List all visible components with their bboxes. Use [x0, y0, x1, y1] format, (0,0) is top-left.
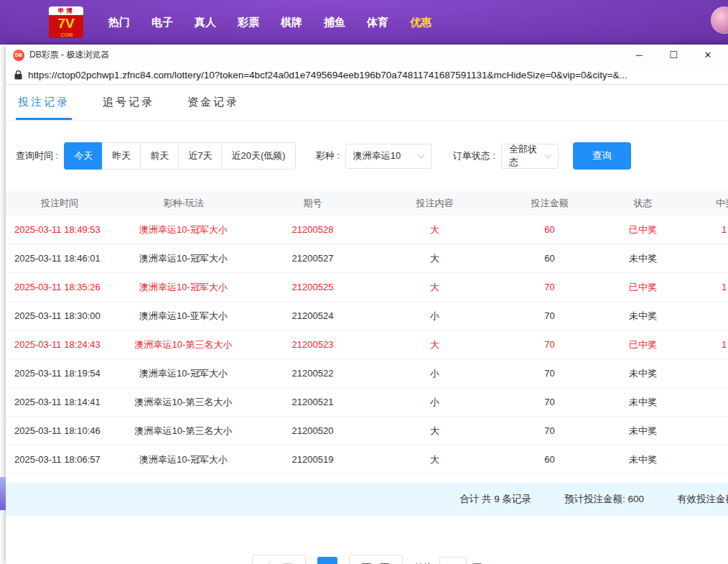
time-filter-button[interactable]: 今天	[64, 142, 103, 170]
lottery-select[interactable]: 澳洲幸运10	[345, 144, 431, 169]
cell-issue-no: 21200521	[253, 397, 372, 407]
cell-game-type: 澳洲幸运10-冠军大小	[113, 453, 253, 466]
address-bar[interactable]: https://ctop02pchwp1.zfnc84.com/lottery/…	[6, 65, 728, 85]
close-icon[interactable]: ✕	[701, 50, 715, 60]
nav-item[interactable]: 电子	[151, 16, 173, 29]
cell-bet-time: 2025-03-11 18:49:53	[6, 224, 113, 235]
background-page-strip	[0, 477, 6, 510]
cell-bet-content: 大	[372, 338, 498, 351]
brand-logo-top-text: 申博	[49, 6, 83, 15]
cell-bet-time: 2025-03-11 18:14:41	[6, 397, 113, 407]
cell-bet-amount: 70	[498, 282, 602, 292]
cell-status: 已中奖	[602, 281, 684, 294]
table-header-cell: 投注内容	[372, 197, 498, 210]
cell-game-type: 澳洲幸运10-亚军大小	[113, 310, 253, 323]
cell-bet-amount: 70	[498, 310, 602, 321]
time-filter-button[interactable]: 昨天	[102, 142, 141, 170]
nav-item[interactable]: 热门	[108, 16, 130, 29]
nav-item[interactable]: 彩票	[238, 16, 259, 29]
cell-issue-no: 21200519	[253, 454, 372, 465]
cell-status: 未中奖	[602, 396, 684, 409]
table-row[interactable]: 2025-03-11 18:06:57 澳洲幸运10-冠军大小 21200519…	[6, 445, 728, 474]
user-avatar[interactable]	[711, 6, 728, 34]
nav-item[interactable]: 棋牌	[281, 16, 302, 29]
next-page-button[interactable]: 下一页	[349, 555, 403, 564]
tab[interactable]: 资金记录	[185, 85, 241, 120]
nav-item[interactable]: 捕鱼	[324, 16, 345, 29]
cell-prize: 1	[684, 339, 728, 350]
page-number-button[interactable]: 1	[317, 557, 337, 564]
cell-issue-no: 21200528	[253, 224, 372, 235]
time-filter-button[interactable]: 前天	[140, 142, 179, 170]
goto-page-input[interactable]	[439, 557, 467, 564]
status-select-value: 全部状态	[509, 143, 546, 169]
browser-logo-icon: DB	[13, 50, 24, 61]
brand-logo[interactable]: 申博 7V .COM	[49, 6, 83, 38]
time-filter-button[interactable]: 近7天	[178, 142, 222, 170]
chevron-down-icon	[545, 151, 552, 158]
cell-status: 未中奖	[602, 367, 684, 380]
cell-bet-content: 小	[372, 367, 498, 380]
table-header-cell: 彩种-玩法	[113, 197, 253, 210]
browser-title-bar: DB DB彩票 - 极速浏览器 ─ ☐ ✕	[6, 45, 728, 65]
record-tabs: 投注记录 追号记录 资金记录	[6, 85, 728, 121]
nav-item[interactable]: 优惠	[410, 16, 431, 29]
cell-game-type: 澳洲幸运10-冠军大小	[113, 252, 253, 265]
url-text[interactable]: https://ctop02pchwp1.zfnc84.com/lottery/…	[28, 70, 627, 80]
tab[interactable]: 投注记录	[16, 85, 72, 120]
cell-game-type: 澳洲幸运10-第三名大小	[113, 425, 253, 438]
table-header-cell: 期号	[253, 197, 372, 210]
order-status-select[interactable]: 全部状态	[501, 144, 559, 169]
main-nav: 热门 电子 真人 彩票 棋牌 捕鱼 体育 优惠	[98, 16, 442, 29]
cell-status: 未中奖	[602, 425, 684, 438]
cell-bet-content: 大	[372, 425, 498, 438]
cell-bet-content: 小	[372, 396, 498, 409]
cell-issue-no: 21200523	[253, 339, 372, 350]
nav-item[interactable]: 真人	[195, 16, 216, 29]
brand-logo-suffix-text: .COM	[49, 32, 83, 38]
search-button[interactable]: 查询	[573, 142, 631, 170]
maximize-icon[interactable]: ☐	[666, 50, 681, 60]
cell-game-type: 澳洲幸运10-第三名大小	[113, 338, 253, 351]
table-row[interactable]: 2025-03-11 18:49:53 澳洲幸运10-冠军大小 21200528…	[6, 216, 728, 244]
cell-prize: 1	[684, 282, 728, 292]
cell-bet-time: 2025-03-11 18:10:46	[6, 425, 113, 436]
bet-records-table: 投注时间 彩种-玩法 期号 投注内容 投注金额 状态 中奖金额 2025-03-…	[6, 191, 728, 474]
cell-bet-content: 大	[372, 453, 498, 466]
table-row[interactable]: 2025-03-11 18:10:46 澳洲幸运10-第三名大小 2120052…	[6, 417, 728, 445]
window-title: DB彩票 - 极速浏览器	[29, 49, 632, 61]
cell-status: 已中奖	[602, 223, 684, 236]
tab[interactable]: 追号记录	[101, 85, 157, 120]
cell-bet-time: 2025-03-11 18:35:26	[6, 282, 113, 292]
table-header-cell: 投注时间	[6, 197, 113, 210]
table-row[interactable]: 2025-03-11 18:30:00 澳洲幸运10-亚军大小 21200524…	[6, 302, 728, 330]
table-body: 2025-03-11 18:49:53 澳洲幸运10-冠军大小 21200528…	[6, 216, 728, 474]
cell-game-type: 澳洲幸运10-第三名大小	[113, 396, 253, 409]
cell-status: 未中奖	[602, 453, 684, 466]
goto-label: 前往	[414, 561, 433, 564]
table-row[interactable]: 2025-03-11 18:46:01 澳洲幸运10-冠军大小 21200527…	[6, 244, 728, 273]
cell-game-type: 澳洲幸运10-冠军大小	[113, 281, 253, 294]
cell-bet-amount: 70	[498, 339, 602, 350]
table-row[interactable]: 2025-03-11 18:24:43 澳洲幸运10-第三名大小 2120052…	[6, 330, 728, 359]
cell-issue-no: 21200524	[253, 310, 372, 321]
nav-item[interactable]: 体育	[367, 16, 388, 29]
cell-bet-content: 大	[372, 252, 498, 265]
minimize-icon[interactable]: ─	[632, 50, 646, 60]
cell-prize: 1	[684, 224, 728, 235]
cell-issue-no: 21200525	[253, 282, 372, 292]
prev-page-button[interactable]: 上一页	[252, 555, 306, 564]
filter-bar: 查询时间 : 今天 昨天 前天 近7天 近20天(低频) 彩种 : 澳洲幸运10…	[6, 121, 728, 191]
cell-bet-amount: 70	[498, 425, 602, 436]
status-filter-label: 订单状态 :	[453, 149, 495, 162]
table-row[interactable]: 2025-03-11 18:19:54 澳洲幸运10-冠军大小 21200522…	[6, 359, 728, 388]
cell-bet-content: 小	[372, 310, 498, 323]
table-row[interactable]: 2025-03-11 18:35:26 澳洲幸运10-冠军大小 21200525…	[6, 273, 728, 302]
lottery-select-value: 澳洲幸运10	[353, 149, 401, 162]
time-filter-button[interactable]: 近20天(低频)	[221, 142, 295, 170]
cell-bet-amount: 60	[498, 454, 602, 465]
summary-total: 合计 共 9 条记录	[459, 493, 531, 506]
cell-bet-amount: 70	[498, 397, 602, 407]
cell-issue-no: 21200522	[253, 368, 372, 379]
table-row[interactable]: 2025-03-11 18:14:41 澳洲幸运10-第三名大小 2120052…	[6, 388, 728, 417]
